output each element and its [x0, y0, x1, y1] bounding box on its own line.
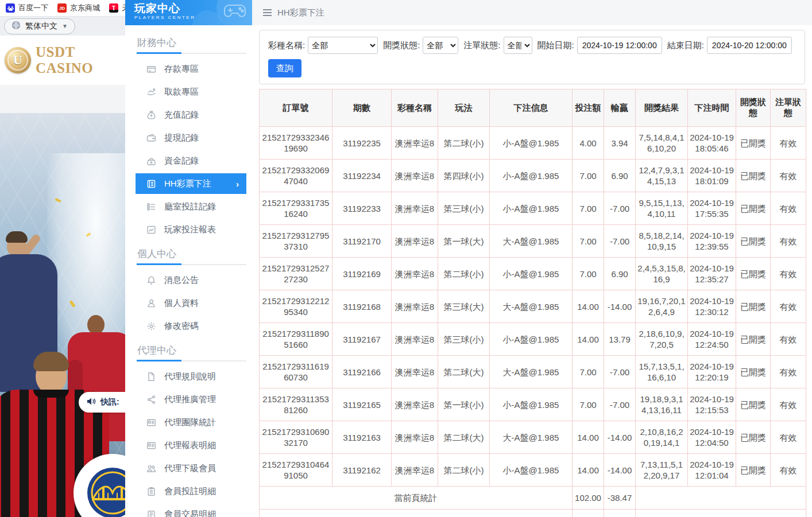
section-underline — [137, 264, 246, 265]
sidebar-item-充值記錄[interactable]: 充值記錄 — [125, 103, 252, 126]
table-cell: 小-A盤@1.985 — [490, 388, 573, 421]
summary-bet-total: 102.00 — [573, 487, 604, 510]
column-header: 彩種名稱 — [392, 90, 438, 127]
end-date-input[interactable] — [707, 37, 792, 54]
table-cell: -14.00 — [604, 454, 636, 487]
table-cell: 已開獎 — [736, 421, 771, 454]
sidebar-item-label: 充值記錄 — [164, 110, 199, 120]
sidebar-item-修改密碼[interactable]: 修改密碼 — [125, 314, 252, 337]
table-cell: 2024-10-19 12:01:04 — [688, 454, 736, 487]
table-cell: 第三球(小) — [438, 323, 490, 356]
deposit-card-icon — [146, 64, 156, 74]
summary-empty — [636, 487, 806, 510]
table-cell: 有效 — [771, 258, 806, 290]
sidebar-item-會員交易明細[interactable]: 會員交易明細 — [125, 503, 252, 517]
table-cell: 31192163 — [332, 421, 392, 454]
profile-person-icon — [146, 298, 156, 308]
site-logo-text: USDT CASINO — [36, 44, 125, 76]
sidebar-section-header: 個人中心 — [125, 244, 252, 265]
sidebar-item-存款專區[interactable]: 存款專區 — [125, 57, 252, 80]
bookmark-item[interactable]: JD京东商城 — [57, 3, 100, 13]
sidebar-item-代理團隊統計[interactable]: 代理團隊統計 — [125, 411, 252, 434]
sidebar-item-玩家投注報表[interactable]: 玩家投注報表 — [125, 218, 252, 241]
table-cell: 3.94 — [604, 127, 636, 160]
search-button[interactable]: 查詢 — [268, 59, 301, 77]
table-cell: 2152172931189051660 — [260, 323, 332, 356]
table-cell: 2152172933234619690 — [260, 127, 332, 160]
table-cell: 2024-10-19 18:01:09 — [688, 160, 736, 192]
table-cell: 14.00 — [573, 454, 604, 487]
sidebar-item-HH彩票下注[interactable]: HH彩票下注› — [136, 173, 246, 194]
table-cell: 小-A盤@1.985 — [490, 127, 573, 160]
table-cell: 第三球(大) — [438, 290, 490, 323]
sidebar-item-資金記錄[interactable]: 資金記錄 — [125, 149, 252, 172]
table-cell: 2152172931252727230 — [260, 258, 332, 290]
table-cell: 大-A盤@1.985 — [490, 225, 573, 258]
table-cell: 7.00 — [573, 160, 604, 192]
sidebar-item-label: 提現記錄 — [164, 133, 199, 143]
sidebar-item-label: 修改密碼 — [164, 321, 199, 332]
language-selector[interactable]: 繁体中文 ▼ — [4, 18, 75, 34]
newsflash-label: 快訊: — [100, 397, 119, 407]
table-header-row: 訂單號期數彩種名稱玩法下注信息投注額輸贏開獎結果下注時間開獎狀態注單狀態 — [260, 90, 806, 127]
table-cell: 31192233 — [332, 192, 392, 225]
table-cell: 6.90 — [604, 258, 636, 290]
sidebar-item-代理推廣管理[interactable]: 代理推廣管理 — [125, 388, 252, 411]
hero-promo-image: 快訊: — [0, 113, 125, 517]
agent-team-card-icon — [146, 418, 156, 427]
table-cell: 澳洲幸运8 — [392, 192, 438, 225]
sidebar-item-會員投註明細[interactable]: 會員投註明細 — [125, 480, 252, 503]
sidebar-item-代理下級會員[interactable]: 代理下級會員 — [125, 457, 252, 480]
table-cell: 19,16,7,20,12,6,4,9 — [636, 290, 688, 323]
member-bets-clipboard-icon — [146, 487, 156, 496]
bookmark-label: 京东商城 — [70, 3, 100, 13]
sidebar-item-代理規則說明[interactable]: 代理規則說明 — [125, 365, 252, 388]
table-cell: 小-A盤@1.985 — [490, 160, 573, 192]
player-report-icon — [146, 225, 156, 235]
main-content: HH彩票下注 彩種名稱: 全部 開獎狀態: 全部 注單狀態: 全部 開始日期: — [252, 0, 812, 517]
lottery-select[interactable]: 全部 — [308, 37, 378, 54]
summary-row: 總統計102.00-38.47 — [260, 510, 806, 517]
sidebar-item-消息公告[interactable]: 消息公告 — [125, 269, 252, 291]
draw-status-select[interactable]: 全部 — [423, 37, 458, 54]
sidebar-item-取款專區[interactable]: 取款專區 — [125, 80, 252, 103]
sidebar-item-廳室投註記錄[interactable]: 廳室投註記錄 — [125, 195, 252, 218]
table-cell: 7,13,11,5,12,20,9,17 — [636, 454, 688, 487]
table-cell: 7.00 — [573, 225, 604, 258]
table-cell: 31192234 — [332, 160, 392, 192]
sidebar-item-label: 代理下級會員 — [164, 463, 216, 474]
table-cell: 第一球(大) — [438, 225, 490, 258]
start-date-input[interactable] — [577, 37, 662, 54]
table-row: 215217293106903217031192163澳洲幸运8第二球(大)大-… — [260, 421, 806, 454]
column-header: 下注信息 — [490, 90, 573, 127]
section-underline — [137, 53, 246, 54]
sidebar-item-label: 會員交易明細 — [164, 509, 216, 517]
table-cell: 小-A盤@1.985 — [490, 258, 573, 290]
left-column: 百度一下JD京东商城T天猫 繁体中文 ▼ U USDT CASINO — [0, 0, 125, 517]
table-cell: 2,10,8,16,20,19,14,1 — [636, 421, 688, 454]
sidebar-section-header: 代理中心 — [125, 341, 252, 361]
bookmark-item[interactable]: 百度一下 — [6, 3, 48, 13]
section-underline — [137, 360, 246, 361]
table-cell: 12,4,7,9,3,14,15,13 — [636, 160, 688, 192]
logo-area[interactable]: U USDT CASINO — [0, 36, 125, 85]
table-cell: 有效 — [771, 454, 806, 487]
sidebar-item-代理報表明細[interactable]: 代理報表明細 — [125, 434, 252, 457]
table-cell: 2152172931069032170 — [260, 421, 332, 454]
table-cell: 有效 — [771, 323, 806, 356]
sidebar-item-個人資料[interactable]: 個人資料 — [125, 291, 252, 314]
table-cell: 澳洲幸运8 — [392, 258, 438, 290]
table-cell: 2152172931221295340 — [260, 290, 332, 323]
table-cell: 第二球(大) — [438, 356, 490, 388]
table-cell: 2,18,6,10,9,7,20,5 — [636, 323, 688, 356]
order-status-select[interactable]: 全部 — [504, 37, 532, 54]
bookmark-item[interactable]: T天猫 — [109, 3, 125, 13]
summary-row: 當前頁統計102.00-38.47 — [260, 487, 806, 510]
sidebar-item-label: 資金記錄 — [164, 156, 199, 166]
table-cell: 2024-10-19 17:55:35 — [688, 192, 736, 225]
table-cell: 31192168 — [332, 290, 392, 323]
newsflash-pill[interactable]: 快訊: — [79, 392, 125, 413]
sidebar-item-提現記錄[interactable]: 提現記錄 — [125, 126, 252, 149]
bets-table: 訂單號期數彩種名稱玩法下注信息投注額輸贏開獎結果下注時間開獎狀態注單狀態 215… — [259, 89, 806, 517]
hamburger-menu-icon[interactable] — [263, 9, 272, 16]
